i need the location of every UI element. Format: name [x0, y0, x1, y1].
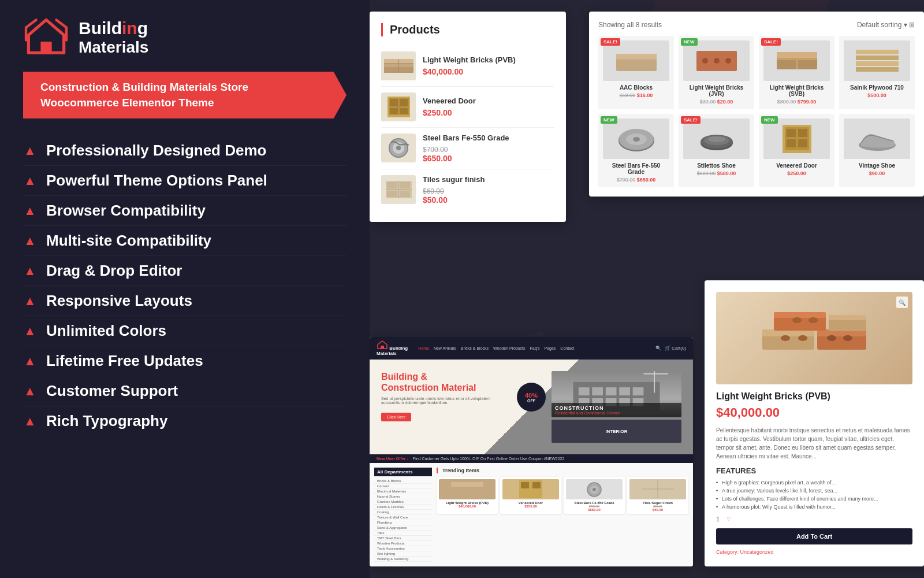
- svg-rect-5: [399, 67, 413, 73]
- ws-sidebar-item[interactable]: Wooden Products: [374, 541, 432, 546]
- ws-hero-subtitle: Sed ut perspiciatis unde omnis iste natu…: [381, 397, 511, 405]
- pd-zoom-icon[interactable]: 🔍: [896, 297, 908, 308]
- product-name: Veneered Door: [423, 97, 554, 106]
- ws-product-price: $50.00: [629, 508, 686, 512]
- construction-sublabel: Residential and Commercial Service: [555, 411, 678, 415]
- aac-blocks-image: [613, 45, 660, 77]
- ws-nav-links: Home New Arrivals Bricks & Blocks Wooden…: [418, 346, 574, 350]
- ws-nav-link-bricks[interactable]: Bricks & Blocks: [461, 346, 489, 350]
- svg-rect-36: [856, 55, 899, 60]
- brick-image-1: [383, 54, 415, 77]
- ws-sidebar-item[interactable]: Tools Accessories: [374, 546, 432, 551]
- ws-hero-interior-image: INTERIOR: [552, 420, 681, 443]
- ws-sidebar-item[interactable]: Natural Stones: [374, 494, 432, 499]
- feature-item-multi-site-compatibility: ▲ Multi-site Compatibility: [23, 226, 346, 256]
- ws-nav-link-contact[interactable]: Contact: [560, 346, 574, 350]
- ws-sidebar-item[interactable]: Cement: [374, 484, 432, 489]
- shop-item-name: Veneered Door: [763, 162, 830, 169]
- pd-feature-item: Lots of challenges: Face different kind …: [716, 495, 912, 503]
- svg-rect-55: [381, 346, 384, 349]
- svg-point-88: [781, 335, 790, 341]
- shop-grid-header: Showing all 8 results Default sorting ▾ …: [598, 21, 915, 29]
- product-price-new: $50.00: [423, 195, 554, 205]
- feature-bullet-icon: ▲: [23, 143, 37, 158]
- product-name: Steel Bars Fe-550 Grade: [423, 134, 554, 143]
- ws-hero-cta-button[interactable]: Click Here: [381, 413, 411, 421]
- steel-bars-image: [383, 136, 415, 160]
- pd-description: Pellentesque habitant morbi tristique se…: [716, 426, 912, 461]
- svg-rect-26: [616, 54, 657, 60]
- feature-bullet-icon: ▲: [23, 324, 37, 339]
- feature-bullet-icon: ▲: [23, 414, 37, 429]
- ws-hero-text: Building & Construction Material Sed ut …: [381, 371, 511, 443]
- ws-sidebar-item[interactable]: Sand & Aggregates: [374, 525, 432, 531]
- ws-nav-link-home[interactable]: Home: [418, 346, 429, 350]
- ws-sidebar-item[interactable]: Site lighting: [374, 551, 432, 557]
- svg-rect-32: [777, 52, 817, 58]
- shop-item-name: Steel Bars Fe-550 Grade: [603, 162, 669, 175]
- subtitle-banner: Construction & Building Materials Store …: [23, 72, 346, 118]
- shop-grid-img: [683, 40, 750, 81]
- ws-nav-link-pages[interactable]: Pages: [544, 346, 556, 350]
- ws-nav-link-faq[interactable]: Faq's: [530, 346, 540, 350]
- ws-product-img: [502, 479, 559, 499]
- ws-sidebar-item[interactable]: Bricks & Blocks: [374, 479, 432, 484]
- shop-item-prices: $800.00 $799.00: [763, 99, 830, 105]
- ws-sidebar-item[interactable]: Plumbing: [374, 520, 432, 525]
- svg-rect-51: [787, 139, 796, 147]
- svg-rect-21: [387, 182, 397, 188]
- svg-rect-23: [387, 191, 397, 197]
- feature-item-lifetime-free-updates: ▲ Lifetime Free Updates: [23, 346, 346, 376]
- ws-nav-link-wooden[interactable]: Wooden Products: [493, 346, 526, 350]
- add-to-cart-button[interactable]: Add To Cart: [716, 528, 912, 544]
- ws-sidebar-item[interactable]: Granites Marbles: [374, 499, 432, 505]
- ws-sidebar-item[interactable]: TMT Steel Bars: [374, 536, 432, 541]
- subtitle-line2: Woocommerce Elementor Theme: [40, 95, 335, 111]
- shop-grid-item: Sainik Plywood 710 $500.00: [839, 36, 915, 109]
- svg-rect-61: [633, 387, 644, 395]
- ws-sidebar-item[interactable]: Paints & Finishes: [374, 505, 432, 510]
- svg-rect-13: [400, 108, 408, 114]
- feature-bullet-icon: ▲: [23, 384, 37, 399]
- pd-price: $40,000.00: [716, 405, 912, 420]
- search-icon[interactable]: 🔍: [655, 346, 661, 351]
- svg-rect-87: [829, 315, 866, 320]
- shop-grid-img: [844, 118, 910, 159]
- svg-rect-10: [390, 99, 398, 106]
- shop-item-name: Light Weight Bricks (JVR): [683, 84, 750, 97]
- product-price-old: $60.00: [423, 187, 554, 195]
- ws-sidebar-item[interactable]: Tiles: [374, 531, 432, 536]
- svg-rect-38: [856, 67, 899, 72]
- feature-item-rich-typography: ▲ Rich Typography: [23, 406, 346, 436]
- pd-image: 🔍: [716, 292, 912, 384]
- pd-feature-item: A humorous plot: Wily Quest is filled wi…: [716, 503, 912, 511]
- ws-steel-img: [577, 479, 612, 499]
- pd-heart-icon[interactable]: ♡: [726, 516, 731, 522]
- svg-rect-60: [619, 387, 630, 395]
- feature-bullet-icon: ▲: [23, 294, 37, 309]
- ws-product-img: [566, 479, 623, 499]
- ws-sidebar-item[interactable]: Welding & Soldering: [374, 557, 432, 562]
- ws-sidebar-item[interactable]: Coating: [374, 510, 432, 515]
- product-thumb: [381, 175, 416, 204]
- ws-hero-images: CONSTRUCTION Residential and Commercial …: [552, 371, 681, 443]
- ws-section-title: Trending Items: [437, 468, 688, 473]
- cart-icon[interactable]: 🛒 Cart(0): [665, 346, 686, 351]
- feature-list: ▲ Professionally Designed Demo ▲ Powerfu…: [23, 136, 346, 436]
- ws-sidebar-item[interactable]: Electrical Materials: [374, 489, 432, 494]
- steel-bars-image: [613, 123, 660, 155]
- svg-rect-50: [798, 129, 807, 137]
- ws-nav-link-arrivals[interactable]: New Arrivals: [434, 346, 456, 350]
- svg-rect-49: [787, 129, 796, 137]
- subtitle-line1: Construction & Building Materials Store: [40, 80, 335, 95]
- shop-grid-sort: Default sorting ▾ ⊞: [857, 21, 915, 29]
- stilettos-image: [694, 123, 740, 155]
- ws-sidebar-item[interactable]: Texture & Wall Care: [374, 515, 432, 520]
- svg-point-91: [843, 335, 852, 341]
- tiles-image: [383, 178, 415, 201]
- feature-bullet-icon: ▲: [23, 354, 37, 369]
- svg-point-30: [725, 58, 731, 64]
- shop-item-name: Vintage Shoe: [844, 162, 910, 169]
- svg-point-76: [593, 488, 596, 491]
- ws-product-price: $650.00: [566, 508, 623, 512]
